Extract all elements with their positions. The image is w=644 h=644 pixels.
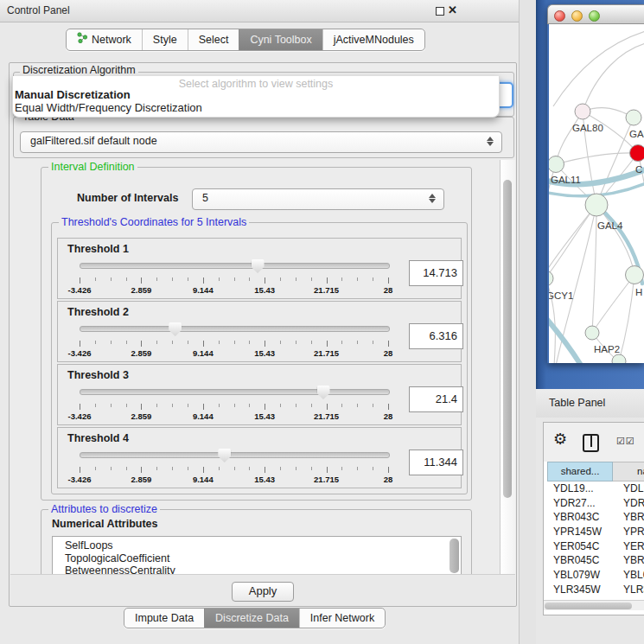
cell-shared-name: YBR043C xyxy=(553,510,599,525)
table-row[interactable]: YER054CYER0 xyxy=(547,539,644,554)
network-node[interactable] xyxy=(612,354,626,363)
network-window-titlebar[interactable] xyxy=(547,4,644,24)
algorithm-option-manual[interactable]: Manual Discretization xyxy=(15,88,131,101)
network-node[interactable] xyxy=(575,104,590,119)
network-canvas[interactable]: GAL80GALCGAL11GAL4GCY1HHAP2 xyxy=(549,24,644,363)
close-icon[interactable]: ✕ xyxy=(448,3,457,16)
tab-network[interactable]: Network xyxy=(67,29,142,50)
tick-mark xyxy=(126,277,127,281)
settings-scrollbar[interactable] xyxy=(500,160,515,574)
tick-mark xyxy=(203,277,204,284)
network-node[interactable] xyxy=(585,326,599,340)
tick-mark xyxy=(203,341,204,347)
attribute-list-item[interactable]: TopologicalCoefficient xyxy=(53,552,461,565)
network-node[interactable] xyxy=(626,266,644,284)
table-row[interactable]: YPR145WYPR1 xyxy=(547,525,644,539)
table-hscrollbar[interactable] xyxy=(544,600,644,610)
cell-shared-name: YBR045C xyxy=(553,553,599,568)
numerical-attributes-label: Numerical Attributes xyxy=(52,518,157,530)
cell-shared-name: YDL19... xyxy=(553,481,594,496)
tab-impute-data[interactable]: Impute Data xyxy=(124,609,204,628)
tick-mark xyxy=(95,341,96,344)
tick-mark xyxy=(249,404,250,407)
threshold-value-field[interactable]: 6.316 xyxy=(409,323,463,349)
algorithm-dropdown-popup: Select algorithm to view settings Manual… xyxy=(12,76,500,118)
tick-mark xyxy=(388,404,389,410)
tab-cyni-toolbox[interactable]: Cyni Toolbox xyxy=(239,29,322,50)
slider-track[interactable] xyxy=(80,389,390,395)
tick-mark xyxy=(95,404,96,407)
scrollbar-thumb[interactable] xyxy=(503,180,512,498)
cell-name: YPR1 xyxy=(623,525,644,539)
column-header-shared-name[interactable]: shared... xyxy=(547,462,613,481)
slider-thumb[interactable] xyxy=(169,322,182,336)
threshold-value-field[interactable]: 21.4 xyxy=(409,386,463,412)
minimize-traffic-light-icon[interactable] xyxy=(571,10,583,22)
network-view-area: GAL80GALCGAL11GAL4GCY1HHAP2 xyxy=(536,0,644,389)
slider-thumb[interactable] xyxy=(252,259,265,273)
select-columns-icon[interactable]: ☑☑ xyxy=(616,436,635,447)
threshold-value-field[interactable]: 11.344 xyxy=(409,450,463,475)
tab-infer-network[interactable]: Infer Network xyxy=(299,609,385,628)
close-traffic-light-icon[interactable] xyxy=(554,10,565,22)
tab-select[interactable]: Select xyxy=(188,29,239,50)
panel-splitter[interactable] xyxy=(519,0,537,644)
tab-style[interactable]: Style xyxy=(142,29,188,50)
attribute-list-item[interactable]: BetweennessCentrality xyxy=(53,564,461,574)
tick-mark xyxy=(156,277,157,281)
table-row[interactable]: YDR27...YDR2 xyxy=(547,496,644,511)
zoom-traffic-light-icon[interactable] xyxy=(589,10,600,22)
tab-jactivemnodules[interactable]: jActiveMNodules xyxy=(322,29,424,50)
stepper-icon xyxy=(487,136,494,147)
tick-mark xyxy=(311,277,312,281)
columns-icon[interactable] xyxy=(583,434,599,452)
threshold-row: Threshold 2-3.4262.8599.14415.4321.71528… xyxy=(57,301,462,362)
tick-label: 28 xyxy=(365,411,411,421)
hscrollbar-thumb[interactable] xyxy=(545,603,632,609)
apply-button[interactable]: Apply xyxy=(232,582,294,602)
slider-track[interactable] xyxy=(80,452,390,458)
tick-mark xyxy=(296,277,296,281)
table-data-combobox[interactable]: galFiltered.sif default node xyxy=(20,131,502,153)
table-row[interactable]: YLR345WYLR3 xyxy=(547,583,644,597)
tick-mark xyxy=(188,404,188,407)
gear-icon[interactable]: ⚙ xyxy=(553,431,567,447)
float-window-icon[interactable] xyxy=(436,7,444,16)
network-node[interactable] xyxy=(630,145,644,162)
network-node[interactable] xyxy=(549,156,564,173)
tick-mark xyxy=(203,467,204,473)
num-intervals-combobox[interactable]: 5 xyxy=(192,188,444,210)
table-row[interactable]: YBR045CYBR0 xyxy=(547,553,644,568)
slider-track[interactable] xyxy=(80,263,390,269)
tick-mark xyxy=(80,277,80,284)
tick-mark xyxy=(311,467,312,470)
tick-mark xyxy=(296,404,296,407)
tab-label: Infer Network xyxy=(310,609,374,627)
network-node[interactable] xyxy=(626,110,641,125)
tick-mark xyxy=(388,341,389,347)
tick-mark xyxy=(80,341,80,347)
table-row[interactable]: YBR043CYBR0 xyxy=(547,510,644,525)
tab-discretize-data[interactable]: Discretize Data xyxy=(204,609,299,628)
tick-mark xyxy=(234,341,235,344)
threshold-value-field[interactable]: 14.713 xyxy=(409,260,463,286)
slider-track[interactable] xyxy=(80,326,390,332)
table-row[interactable]: YBL079WYBL0 xyxy=(547,568,644,583)
cyni-toolbox-content: Discretization Algorithm Select algorith… xyxy=(9,62,517,607)
table-rows: YDL19...YDL1YDR27...YDR2YBR043CYBR0YPR14… xyxy=(547,481,644,600)
table-row[interactable]: YDL19...YDL1 xyxy=(547,481,644,496)
table-panel: ⚙ ☑☑ shared... na YDL19...YDL1YDR27...YD… xyxy=(543,422,644,615)
network-node[interactable] xyxy=(549,271,553,286)
list-scrollbar[interactable] xyxy=(450,539,459,573)
control-panel-titlebar: Control Panel ✕ xyxy=(0,0,536,22)
attribute-list-item[interactable]: SelfLoops xyxy=(53,539,461,552)
slider-thumb[interactable] xyxy=(317,386,330,399)
threshold-row: Threshold 1-3.4262.8599.14415.4321.71528… xyxy=(57,238,462,299)
algorithm-option-equal-width[interactable]: Equal Width/Frequency Discretization xyxy=(15,101,202,114)
tick-mark xyxy=(311,341,312,344)
tick-mark xyxy=(188,341,188,344)
slider-thumb[interactable] xyxy=(218,449,231,462)
tab-label: Select xyxy=(199,30,229,49)
network-node[interactable] xyxy=(585,194,608,216)
column-header-name[interactable]: na xyxy=(613,462,644,481)
